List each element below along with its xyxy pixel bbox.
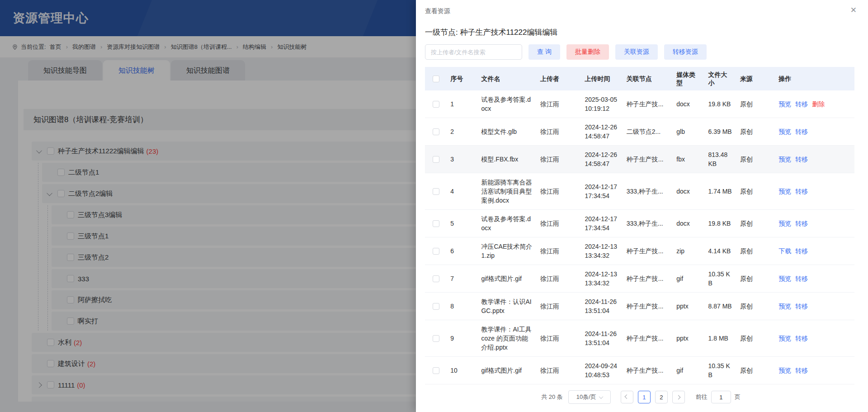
batch-delete-button[interactable]: 批量删除: [566, 44, 609, 60]
row-checkbox[interactable]: [433, 303, 439, 310]
page-button-1[interactable]: 1: [638, 391, 651, 403]
action-转移[interactable]: 转移: [795, 128, 808, 135]
row-checkbox-cell: [425, 173, 447, 210]
prev-page-button[interactable]: [621, 391, 633, 403]
page-button-2[interactable]: 2: [655, 391, 668, 403]
search-input[interactable]: [425, 44, 522, 60]
cell-time: 2024-12-13 13:34:32: [581, 237, 623, 265]
cell-uploader: 徐江雨: [537, 265, 581, 293]
action-转移[interactable]: 转移: [795, 220, 808, 227]
cell-file: 试卷及参考答案.docx: [477, 210, 537, 237]
cell-size: 4.14 KB: [705, 237, 736, 265]
row-checkbox[interactable]: [433, 101, 439, 108]
cell-source: 原创: [736, 357, 775, 384]
table-row: 10gif格式图片.gif徐江雨2024-09-24 10:48:53种子生产技…: [425, 357, 854, 384]
action-转移[interactable]: 转移: [795, 367, 808, 374]
action-删除[interactable]: 删除: [812, 100, 825, 108]
cell-time: 2024-12-26 14:58:47: [581, 146, 623, 173]
row-actions: 预览转移: [775, 293, 854, 320]
row-checkbox[interactable]: [433, 220, 439, 227]
row-checkbox[interactable]: [433, 367, 439, 374]
close-icon[interactable]: ✕: [850, 6, 857, 14]
table-row: 7gif格式图片.gif徐江雨2024-12-13 13:34:32种子生产技.…: [425, 265, 854, 293]
cell-source: 原创: [736, 293, 775, 320]
resource-table: 序号文件名上传者上传时间关联节点媒体类型文件大小来源操作 1试卷及参考答案.do…: [425, 67, 854, 384]
goto-label: 前往: [696, 393, 708, 401]
row-actions: 预览转移: [775, 357, 854, 384]
action-预览[interactable]: 预览: [778, 220, 791, 227]
header-checkbox-cell: [425, 67, 447, 90]
cell-file: 教学课件：认识AIGC.pptx: [477, 293, 537, 320]
cell-size: 8.87 MB: [705, 293, 736, 320]
row-checkbox[interactable]: [433, 188, 439, 195]
action-预览[interactable]: 预览: [778, 128, 791, 135]
page-size-value: 10条/页: [576, 393, 596, 401]
column-header: 文件名: [477, 67, 537, 90]
cell-size: 10.35 KB: [705, 357, 736, 384]
cell-type: pptx: [673, 320, 704, 357]
cell-source: 原创: [736, 173, 775, 210]
cell-uploader: 徐江雨: [537, 210, 581, 237]
cell-file: 模型文件.glb: [477, 118, 537, 146]
action-转移[interactable]: 转移: [795, 100, 808, 108]
page-size-select[interactable]: 10条/页: [568, 390, 611, 404]
action-预览[interactable]: 预览: [778, 367, 791, 374]
cell-type: gif: [673, 357, 704, 384]
cell-source: 原创: [736, 265, 775, 293]
row-checkbox[interactable]: [433, 248, 439, 255]
row-checkbox[interactable]: [433, 156, 439, 163]
cell-no: 5: [447, 210, 477, 237]
action-转移[interactable]: 转移: [795, 275, 808, 282]
total-count: 共 20 条: [541, 393, 563, 401]
cell-no: 9: [447, 320, 477, 357]
cell-node: 种子生产技...: [623, 237, 673, 265]
cell-uploader: 徐江雨: [537, 237, 581, 265]
column-header: 文件大小: [705, 67, 736, 90]
goto-page-input[interactable]: [711, 391, 731, 403]
action-预览[interactable]: 预览: [778, 188, 791, 195]
action-预览[interactable]: 预览: [778, 156, 791, 163]
cell-file: 教学课件：AI工具coze 的页面功能介绍.pptx: [477, 320, 537, 357]
action-转移[interactable]: 转移: [795, 303, 808, 310]
action-转移[interactable]: 转移: [795, 335, 808, 342]
cell-time: 2024-11-26 13:51:04: [581, 293, 623, 320]
action-预览[interactable]: 预览: [778, 335, 791, 342]
column-header: 上传者: [537, 67, 581, 90]
column-header: 操作: [775, 67, 854, 90]
cell-file: 模型.FBX.fbx: [477, 146, 537, 173]
cell-uploader: 徐江雨: [537, 357, 581, 384]
action-转移[interactable]: 转移: [795, 188, 808, 195]
action-预览[interactable]: 预览: [778, 275, 791, 282]
row-checkbox-cell: [425, 210, 447, 237]
action-下载[interactable]: 下载: [778, 247, 791, 255]
cell-node: 种子生产技...: [623, 265, 673, 293]
row-checkbox[interactable]: [433, 275, 439, 282]
next-page-button[interactable]: [672, 391, 685, 403]
cell-file: gif格式图片.gif: [477, 357, 537, 384]
cell-file: gif格式图片.gif: [477, 265, 537, 293]
row-checkbox[interactable]: [433, 335, 439, 342]
cell-time: 2024-12-17 17:34:54: [581, 210, 623, 237]
action-转移[interactable]: 转移: [795, 156, 808, 163]
query-button[interactable]: 查 询: [528, 44, 560, 60]
cell-source: 原创: [736, 146, 775, 173]
chevron-left-icon: [625, 394, 629, 399]
cell-no: 2: [447, 118, 477, 146]
row-checkbox-cell: [425, 320, 447, 357]
row-checkbox[interactable]: [433, 128, 439, 135]
action-转移[interactable]: 转移: [795, 247, 808, 255]
action-预览[interactable]: 预览: [778, 303, 791, 310]
cell-size: 6.39 MB: [705, 118, 736, 146]
pagination: 共 20 条 10条/页 12 前往 页: [425, 390, 857, 404]
row-checkbox-cell: [425, 237, 447, 265]
cell-node: 种子生产技...: [623, 320, 673, 357]
cell-no: 7: [447, 265, 477, 293]
action-预览[interactable]: 预览: [778, 100, 791, 108]
cell-size: 1.74 MB: [705, 173, 736, 210]
relate-resources-button[interactable]: 关联资源: [615, 44, 658, 60]
cell-uploader: 徐江雨: [537, 90, 581, 118]
transfer-resources-button[interactable]: 转移资源: [664, 44, 707, 60]
cell-time: 2025-03-05 10:19:12: [581, 90, 623, 118]
header-checkbox[interactable]: [433, 76, 439, 82]
table-row: 4新能源骑车离合器活塞试制项目典型案例.docx徐江雨2024-12-17 17…: [425, 173, 854, 210]
